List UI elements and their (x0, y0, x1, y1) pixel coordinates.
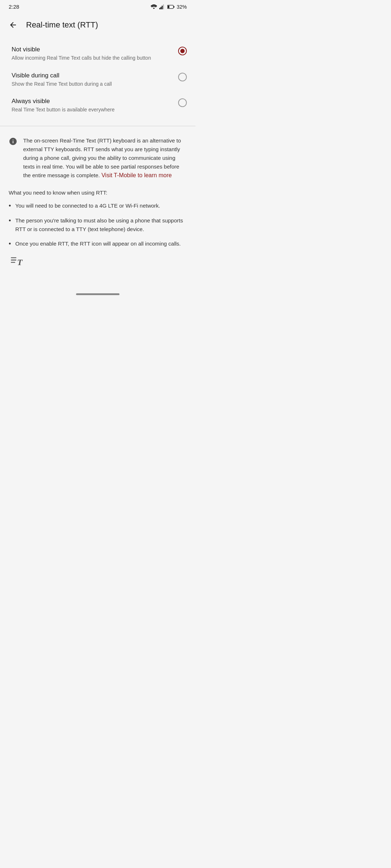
option-always-visible-desc: Real Time Text button is available every… (12, 106, 169, 114)
page-title: Real-time text (RTT) (26, 20, 98, 30)
option-visible-during-call[interactable]: Visible during call Show the Real Time T… (0, 67, 196, 93)
svg-rect-6 (168, 5, 169, 8)
bullet-text-3: Once you enable RTT, the RTT icon will a… (15, 239, 181, 248)
status-bar: 2:28 32% (0, 0, 196, 12)
info-link[interactable]: Visit T-Mobile to learn more (101, 172, 172, 178)
signal-icon (159, 4, 165, 9)
bullet-text-2: The person you're talking to must also b… (15, 216, 187, 234)
radio-not-visible-inner (180, 49, 185, 53)
rtt-icon-area: T (9, 254, 187, 270)
battery-percent: 32% (177, 4, 187, 10)
back-icon (9, 21, 17, 29)
svg-rect-2 (162, 5, 163, 9)
bottom-bar (0, 286, 196, 301)
status-time: 2:28 (9, 4, 19, 10)
status-icons: 32% (151, 4, 187, 10)
bullet-text-1: You will need to be connected to a 4G LT… (15, 201, 160, 210)
info-section: The on-screen Real-Time Text (RTT) keybo… (0, 128, 196, 279)
wifi-icon (151, 4, 157, 9)
option-visible-during-call-label: Visible during call (12, 72, 169, 79)
radio-visible-during-call[interactable] (178, 73, 187, 81)
info-body: The on-screen Real-Time Text (RTT) keybo… (23, 136, 187, 180)
option-always-visible-label: Always visible (12, 98, 169, 105)
option-not-visible-label: Not visible (12, 46, 169, 53)
options-section: Not visible Allow incoming Real Time Tex… (0, 38, 196, 124)
bullet-list: You will need to be connected to a 4G LT… (9, 201, 187, 248)
what-title: What you need to know when using RTT: (9, 188, 187, 197)
option-not-visible-desc: Allow incoming Real Time Text calls but … (12, 55, 169, 62)
svg-rect-3 (163, 4, 164, 9)
svg-rect-5 (173, 6, 174, 8)
option-not-visible-text: Not visible Allow incoming Real Time Tex… (12, 46, 178, 62)
svg-text:T: T (17, 258, 23, 267)
option-always-visible-text: Always visible Real Time Text button is … (12, 98, 178, 114)
option-visible-during-call-desc: Show the Real Time Text button during a … (12, 81, 169, 88)
header: Real-time text (RTT) (0, 12, 196, 38)
rtt-t-icon: T (10, 254, 25, 269)
info-icon (9, 137, 17, 147)
option-not-visible[interactable]: Not visible Allow incoming Real Time Tex… (0, 41, 196, 67)
home-indicator (76, 293, 119, 295)
option-visible-during-call-text: Visible during call Show the Real Time T… (12, 72, 178, 88)
svg-rect-0 (159, 8, 160, 9)
bullet-item-2: The person you're talking to must also b… (9, 216, 187, 234)
info-row: The on-screen Real-Time Text (RTT) keybo… (9, 136, 187, 180)
radio-always-visible[interactable] (178, 98, 187, 107)
radio-not-visible[interactable] (178, 47, 187, 55)
bullet-item-3: Once you enable RTT, the RTT icon will a… (9, 239, 187, 248)
back-button[interactable] (6, 18, 20, 32)
battery-icon (167, 5, 175, 9)
option-always-visible[interactable]: Always visible Real Time Text button is … (0, 93, 196, 119)
section-divider (0, 126, 196, 126)
svg-rect-1 (160, 7, 161, 9)
bullet-item-1: You will need to be connected to a 4G LT… (9, 201, 187, 210)
